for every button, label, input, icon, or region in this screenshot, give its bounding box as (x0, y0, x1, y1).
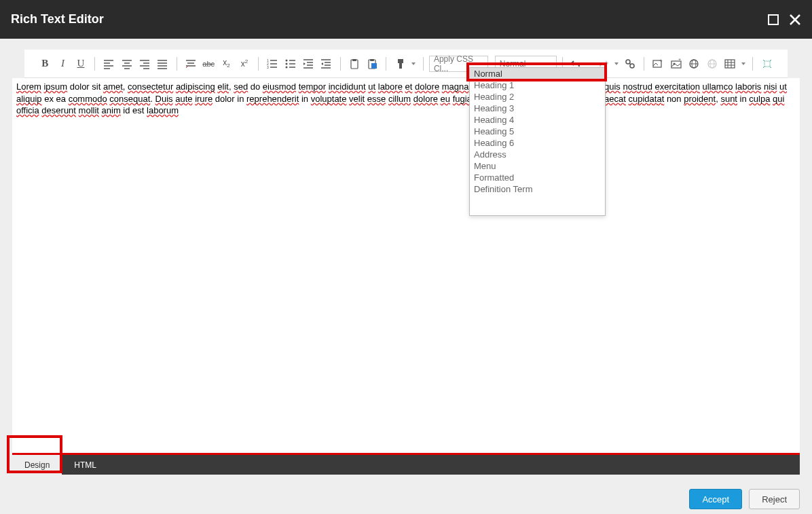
align-center-button[interactable] (119, 55, 135, 73)
dropdown-item[interactable]: Formatted (470, 172, 605, 183)
remove-format-button[interactable] (183, 55, 199, 73)
indent-button[interactable] (300, 55, 316, 73)
svg-line-73 (770, 60, 771, 61)
strikethrough-button[interactable]: abc (200, 55, 217, 73)
dropdown-item[interactable]: Heading 4 (470, 114, 605, 126)
svg-rect-49 (371, 63, 377, 69)
dialog-footer: Accept Reject (0, 475, 812, 514)
bold-button[interactable]: B (37, 55, 53, 73)
dropdown-item[interactable]: Heading 6 (470, 137, 605, 149)
separator (177, 57, 177, 71)
window-controls (767, 14, 801, 26)
paste-button[interactable] (346, 55, 363, 73)
format-painter-button[interactable] (392, 55, 408, 73)
svg-rect-50 (398, 59, 403, 63)
svg-rect-71 (764, 61, 770, 67)
paste-word-button[interactable] (364, 55, 380, 73)
redo-caret[interactable] (613, 55, 621, 73)
svg-marker-39 (303, 62, 306, 65)
numbered-list-button[interactable]: 123 (264, 55, 280, 73)
svg-line-75 (770, 67, 771, 68)
media-library-button[interactable]: + (650, 55, 666, 73)
svg-line-54 (629, 63, 631, 65)
insert-table-button[interactable] (722, 55, 738, 73)
close-button[interactable] (789, 14, 801, 26)
separator (94, 57, 95, 71)
separator (386, 57, 386, 71)
find-replace-button[interactable] (622, 55, 638, 73)
svg-line-74 (763, 67, 764, 68)
svg-rect-66 (725, 60, 735, 68)
separator (644, 57, 644, 71)
superscript-button[interactable]: x2 (236, 55, 253, 73)
tab-html[interactable]: HTML (62, 455, 109, 475)
bullet-list-button[interactable] (282, 55, 299, 73)
maximize-button[interactable] (767, 14, 779, 26)
svg-line-72 (763, 60, 764, 61)
window-title: Rich Text Editor (11, 12, 104, 26)
accept-button[interactable]: Accept (689, 489, 742, 509)
svg-text:+: + (678, 58, 681, 62)
dropdown-item[interactable]: Menu (470, 160, 605, 172)
svg-marker-44 (321, 62, 323, 65)
subscript-button[interactable]: x2 (218, 55, 234, 73)
outdent-button[interactable] (318, 55, 334, 73)
underline-button[interactable]: U (73, 55, 89, 73)
italic-button[interactable]: I (54, 55, 71, 73)
svg-point-33 (285, 66, 287, 68)
svg-rect-0 (769, 15, 778, 24)
dropdown-item[interactable]: Heading 1 (470, 79, 605, 91)
svg-point-31 (285, 62, 287, 65)
dropdown-item[interactable]: Definition Term (470, 183, 605, 195)
editor-mode-tabs: Design HTML (12, 453, 800, 475)
dropdown-item[interactable]: Heading 3 (470, 103, 605, 114)
remove-link-button[interactable] (703, 55, 720, 73)
table-caret[interactable] (739, 55, 747, 73)
fit-button[interactable] (758, 55, 775, 73)
align-right-button[interactable] (136, 55, 153, 73)
align-justify-button[interactable] (154, 55, 170, 73)
separator (340, 57, 341, 71)
titlebar: Rich Text Editor (0, 0, 812, 39)
svg-text:+: + (659, 58, 663, 64)
format-painter-caret[interactable] (410, 55, 418, 73)
svg-text:3: 3 (267, 65, 269, 69)
insert-media-button[interactable]: + (668, 55, 684, 73)
reject-button[interactable]: Reject (749, 489, 800, 509)
tab-design[interactable]: Design (12, 455, 62, 475)
separator (258, 57, 259, 71)
dropdown-item[interactable]: Normal (470, 68, 605, 79)
separator (423, 57, 424, 71)
toolbar: B I U abc x2 x2 123 Apply CSS Cl... Norm… (24, 50, 788, 78)
separator (752, 57, 753, 71)
paragraph-format-dropdown: NormalHeading 1Heading 2Heading 3Heading… (469, 67, 606, 216)
dropdown-item[interactable]: Address (470, 149, 605, 160)
align-left-button[interactable] (100, 55, 117, 73)
editor-content[interactable]: Lorem ipsum dolor sit amet, consectetur … (12, 78, 800, 453)
insert-link-button[interactable] (686, 55, 702, 73)
svg-point-29 (285, 59, 287, 61)
svg-rect-51 (399, 63, 402, 69)
dropdown-item[interactable]: Heading 2 (470, 91, 605, 103)
dropdown-item[interactable]: Heading 5 (470, 126, 605, 137)
svg-rect-48 (370, 59, 374, 61)
svg-rect-46 (352, 59, 356, 61)
